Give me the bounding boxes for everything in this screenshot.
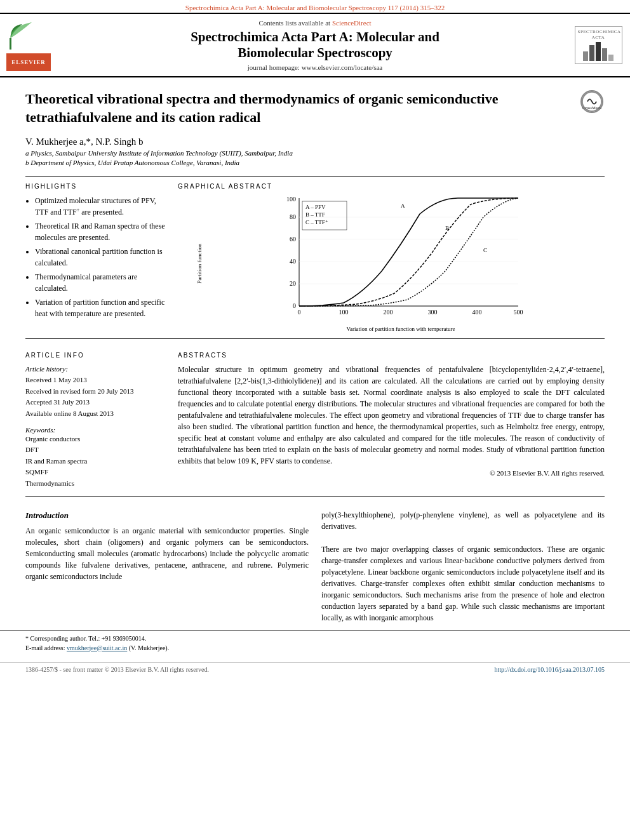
highlights-graphical: HIGHLIGHTS Optimized molecular structure… xyxy=(0,183,630,332)
journal-center: Contents lists available at ScienceDirec… xyxy=(64,19,566,71)
divider-3 xyxy=(25,496,605,497)
chart-caption: Variation of partition function with tem… xyxy=(197,326,605,332)
journal-logo: SPECTROCHIMICAACTA xyxy=(573,26,624,64)
keywords-label: Keywords: xyxy=(25,426,165,434)
issn-text: 1386-4257/$ - see front matter © 2013 El… xyxy=(25,666,209,673)
svg-text:A: A xyxy=(401,203,405,209)
list-item: Vibrational canonical partition function… xyxy=(35,246,165,269)
svg-text:60: 60 xyxy=(290,236,296,243)
highlights-header: HIGHLIGHTS xyxy=(25,183,165,190)
graphical-abstract-header: GRAPHICAL ABSTRACT xyxy=(178,183,605,190)
authors: V. Mukherjee a,*, N.P. Singh b xyxy=(25,137,605,147)
accepted-date: Accepted 31 July 2013 xyxy=(25,397,165,408)
intro-text-3: There are two major overlapping classes … xyxy=(321,543,605,623)
svg-rect-0 xyxy=(10,38,11,50)
y-axis-label: Partition function xyxy=(196,243,203,283)
svg-text:B: B xyxy=(445,225,449,231)
available-date: Available online 8 August 2013 xyxy=(25,408,165,420)
journal-header: ELSEVIER Contents lists available at Sci… xyxy=(0,13,630,77)
keyword-item: Organic conductors xyxy=(25,434,165,445)
revised-date: Received in revised form 20 July 2013 xyxy=(25,386,165,397)
email-name: (V. Mukherjee). xyxy=(129,644,169,651)
list-item: Optimized molecular structures of PFV, T… xyxy=(35,195,165,218)
svg-text:C – TTF⁺: C – TTF⁺ xyxy=(305,219,328,225)
keywords-list: Organic conductors DFT IR and Raman spec… xyxy=(25,434,165,490)
article-info-abstract: ARTICLE INFO Article history: Received 1… xyxy=(25,352,605,490)
divider-2 xyxy=(25,338,605,339)
abstract-text: Molecular structure in optimum geometry … xyxy=(178,364,605,467)
intro-col-1: Introduction An organic semiconductor is… xyxy=(25,509,309,623)
list-item: Thermodynamical parameters are calculate… xyxy=(35,271,165,294)
article-info-col: ARTICLE INFO Article history: Received 1… xyxy=(25,352,165,490)
highlights-col: HIGHLIGHTS Optimized molecular structure… xyxy=(25,183,165,332)
svg-text:A – PFV: A – PFV xyxy=(305,204,326,210)
elsevier-logo: ELSEVIER xyxy=(6,19,57,71)
journal-reference: Spectrochimica Acta Part A: Molecular an… xyxy=(0,0,630,13)
svg-text:200: 200 xyxy=(384,309,393,316)
chart-svg: 0 20 40 60 80 100 0 100 200 300 400 500 xyxy=(197,195,605,322)
keyword-item: SQMFF xyxy=(25,467,165,478)
svg-text:100: 100 xyxy=(286,196,296,203)
corresponding-note: * Corresponding author. Tel.: +91 936905… xyxy=(25,634,605,643)
crossmark: CrossMark xyxy=(579,90,605,113)
svg-text:0: 0 xyxy=(293,302,296,309)
introduction-header: Introduction xyxy=(25,509,309,522)
doi-link[interactable]: http://dx.doi.org/10.1016/j.saa.2013.07.… xyxy=(495,666,605,673)
svg-text:40: 40 xyxy=(290,258,296,265)
article-info-section: ARTICLE INFO Article history: Received 1… xyxy=(0,345,630,490)
graphical-abstract-col: GRAPHICAL ABSTRACT Partition function 0 … xyxy=(178,183,605,332)
list-item: Variation of partition function and spec… xyxy=(35,297,165,319)
svg-text:100: 100 xyxy=(339,309,349,316)
keywords: Keywords: Organic conductors DFT IR and … xyxy=(25,426,165,490)
bottom-bar: 1386-4257/$ - see front matter © 2013 El… xyxy=(0,662,630,676)
article-info-header: ARTICLE INFO xyxy=(25,352,165,359)
article-title: Theoretical vibrational spectra and ther… xyxy=(25,90,546,126)
intro-text-2: poly(3-hexylthiophene), poly(p-phenylene… xyxy=(321,509,605,532)
received-date: Received 1 May 2013 xyxy=(25,375,165,386)
svg-text:500: 500 xyxy=(514,309,523,316)
svg-text:C: C xyxy=(483,247,487,253)
journal-title: Spectrochimica Acta Part A: Molecular an… xyxy=(64,29,566,61)
footnote-section: * Corresponding author. Tel.: +91 936905… xyxy=(0,630,630,656)
keyword-item: DFT xyxy=(25,444,165,456)
journal-homepage: journal homepage: www.elsevier.com/locat… xyxy=(64,63,566,71)
highlights-list: Optimized molecular structures of PFV, T… xyxy=(25,195,165,319)
email-note: E-mail address: vmukherjee@suiit.ac.in (… xyxy=(25,643,605,653)
intro-col-2: poly(3-hexylthiophene), poly(p-phenylene… xyxy=(321,509,605,623)
svg-text:B – TTF: B – TTF xyxy=(305,211,325,218)
svg-text:20: 20 xyxy=(290,280,296,287)
history-label: Article history: xyxy=(25,364,165,375)
keyword-item: IR and Raman spectra xyxy=(25,456,165,467)
svg-text:400: 400 xyxy=(473,309,482,316)
body-section: Introduction An organic semiconductor is… xyxy=(0,503,630,630)
chart-container: Partition function 0 20 40 60 80 100 0 1… xyxy=(197,195,605,332)
article-history: Article history: Received 1 May 2013 Rec… xyxy=(25,364,165,420)
list-item: Theoretical IR and Raman spectra of thes… xyxy=(35,220,165,243)
divider-1 xyxy=(25,176,605,177)
authors-section: V. Mukherjee a,*, N.P. Singh b a Physics… xyxy=(0,133,630,170)
email-address[interactable]: vmukherjee@suiit.ac.in xyxy=(67,644,127,651)
keyword-item: Thermodynamics xyxy=(25,478,165,490)
abstract-col: ABSTRACTS Molecular structure in optimum… xyxy=(178,352,605,490)
article-title-section: Theoretical vibrational spectra and ther… xyxy=(0,77,630,133)
svg-text:CrossMark: CrossMark xyxy=(582,106,602,110)
sciencedirect-link[interactable]: ScienceDirect xyxy=(332,19,372,27)
svg-text:300: 300 xyxy=(428,309,438,316)
email-label: E-mail address: xyxy=(25,644,65,651)
affiliation-a: a Physics, Sambalpur University Institut… xyxy=(25,149,605,157)
svg-text:0: 0 xyxy=(298,309,301,316)
svg-text:80: 80 xyxy=(290,213,296,220)
abstract-header: ABSTRACTS xyxy=(178,352,605,359)
affiliation-b: b Department of Physics, Udai Pratap Aut… xyxy=(25,159,605,166)
intro-text-1: An organic semiconductor is an organic m… xyxy=(25,525,309,582)
copyright-line: © 2013 Elsevier B.V. All rights reserved… xyxy=(178,469,605,477)
